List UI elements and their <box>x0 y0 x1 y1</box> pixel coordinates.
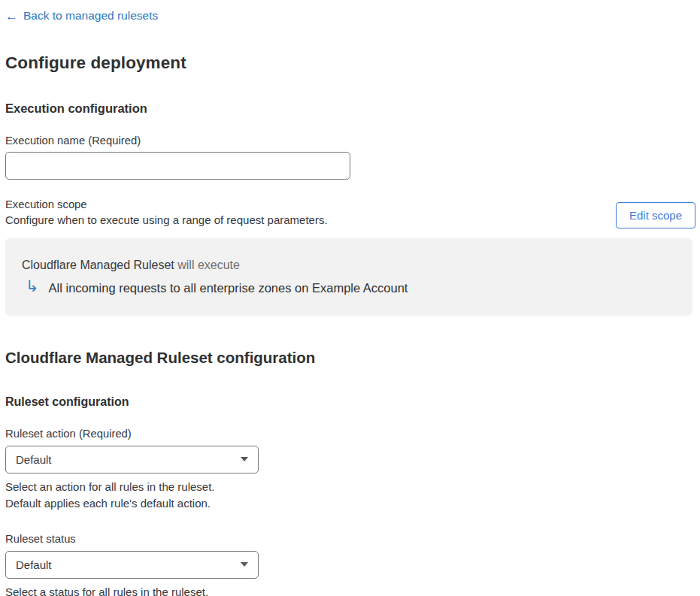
ruleset-status-label: Ruleset status <box>5 533 695 545</box>
summary-execute-line: Cloudflare Managed Ruleset will execute <box>22 259 676 272</box>
summary-scope-text: All incoming requests to all enterprise … <box>49 281 408 295</box>
summary-will-execute: will execute <box>174 259 240 271</box>
page-title: Configure deployment <box>5 53 695 73</box>
summary-scope-line: ↳ All incoming requests to all enterpris… <box>22 280 676 296</box>
summary-ruleset-name: Cloudflare Managed Ruleset <box>22 259 174 271</box>
execution-scope-description: Configure when to execute using a range … <box>5 213 328 226</box>
configure-deployment-page: ← Back to managed rulesets Configure dep… <box>5 9 695 596</box>
back-arrow-icon: ← <box>5 10 18 23</box>
chevron-down-icon <box>241 457 248 461</box>
ruleset-configuration-subheading: Ruleset configuration <box>5 395 695 409</box>
execution-scope-row: Execution scope Configure when to execut… <box>5 198 695 228</box>
ruleset-action-help: Default applies each rule's default acti… <box>5 495 695 512</box>
execution-scope-text: Execution scope Configure when to execut… <box>5 198 328 226</box>
ruleset-action-select[interactable]: Default <box>5 446 259 473</box>
back-link[interactable]: ← Back to managed rulesets <box>5 9 158 23</box>
branch-arrow-icon: ↳ <box>26 278 39 294</box>
ruleset-status-select[interactable]: Default <box>5 551 259 579</box>
execution-scope-label: Execution scope <box>5 198 328 210</box>
execution-name-input[interactable] <box>5 152 350 180</box>
back-link-label: Back to managed rulesets <box>23 9 158 23</box>
execution-name-label: Execution name (Required) <box>5 135 695 147</box>
chevron-down-icon <box>241 562 248 567</box>
ruleset-action-label: Ruleset action (Required) <box>5 428 695 440</box>
ruleset-configuration-section-heading: Cloudflare Managed Ruleset configuration <box>5 349 695 367</box>
ruleset-status-help: Select a status for all rules in the rul… <box>5 584 695 596</box>
ruleset-action-help: Select an action for all rules in the ru… <box>5 479 695 495</box>
execution-configuration-heading: Execution configuration <box>5 101 695 116</box>
execution-summary-panel: Cloudflare Managed Ruleset will execute … <box>5 238 692 316</box>
ruleset-action-selected-value: Default <box>16 453 52 466</box>
ruleset-status-selected-value: Default <box>16 558 52 571</box>
edit-scope-button[interactable]: Edit scope <box>616 202 695 228</box>
